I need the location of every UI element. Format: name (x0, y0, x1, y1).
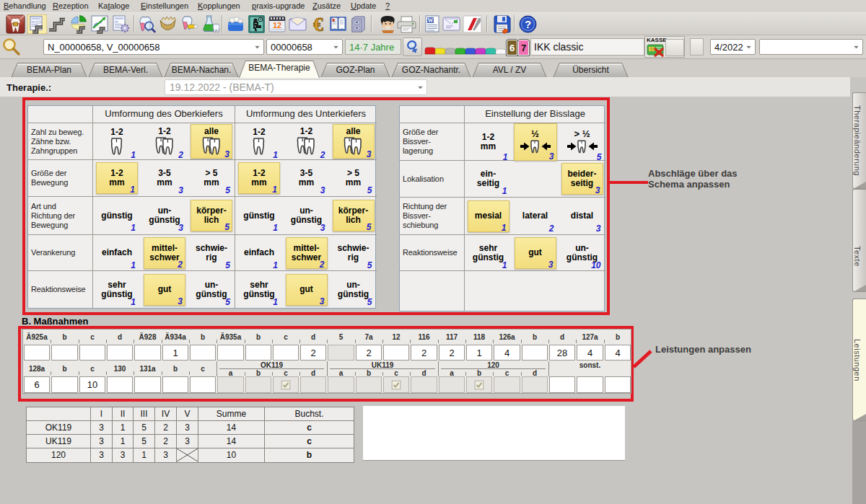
svg-text:W: W (428, 17, 434, 24)
svg-text:€: € (313, 14, 323, 34)
svg-text:12: 12 (273, 21, 281, 30)
svg-text:?: ? (525, 18, 531, 30)
